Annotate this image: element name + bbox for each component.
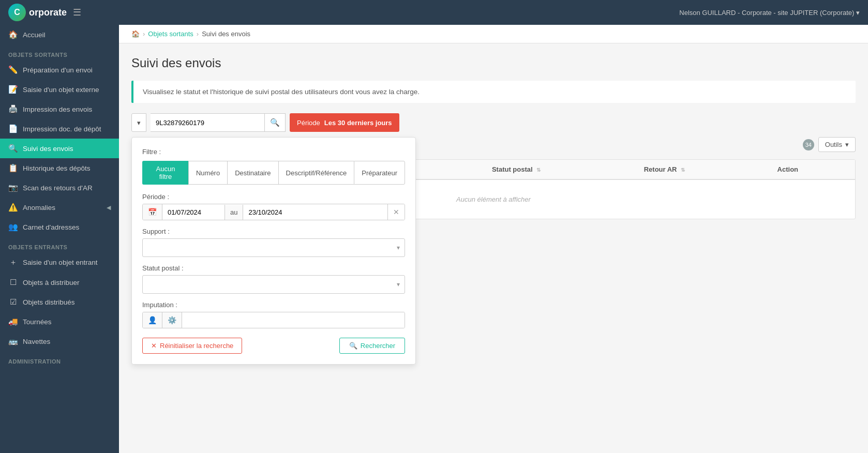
search-submit-button[interactable]: 🔍 bbox=[264, 114, 285, 131]
contacts-icon: 👥 bbox=[8, 222, 18, 232]
topbar: C orporate ☰ Nelson GUILLARD - Corporate… bbox=[0, 0, 868, 25]
col-retour-label: Retour AR bbox=[644, 165, 677, 173]
bus-icon: 🚌 bbox=[8, 337, 18, 346]
sidebar-item-tournees[interactable]: 🚚 Tournées bbox=[0, 312, 119, 331]
calendar-icon-button[interactable]: 📅 bbox=[143, 204, 162, 220]
sidebar-label-carnet: Carnet d'adresses bbox=[23, 223, 79, 231]
breadcrumb-objets-sortants[interactable]: Objets sortants bbox=[148, 30, 193, 38]
edit-icon: ✏️ bbox=[8, 65, 18, 74]
search-icon: 🔍 bbox=[270, 118, 280, 127]
rechercher-icon: 🔍 bbox=[349, 342, 357, 350]
warning-icon: ⚠️ bbox=[8, 203, 18, 212]
sidebar-item-historique[interactable]: 📋 Historique des dépôts bbox=[0, 158, 119, 178]
outils-button[interactable]: Outils ▾ bbox=[818, 137, 856, 152]
sidebar-item-navettes[interactable]: 🚌 Navettes bbox=[0, 331, 119, 351]
sidebar-item-carnet[interactable]: 👥 Carnet d'adresses bbox=[0, 217, 119, 237]
logo-circle: C bbox=[8, 4, 26, 21]
sidebar-label-saisie: Saisie d'un objet externe bbox=[23, 86, 99, 94]
sidebar-label-tournees: Tournées bbox=[23, 318, 52, 326]
outils-arrow-icon: ▾ bbox=[845, 141, 849, 148]
filter-tab-aucun[interactable]: Aucun filtre bbox=[142, 161, 188, 185]
rechercher-label: Rechercher bbox=[361, 342, 395, 350]
sidebar-label-saisie-entrant: Saisie d'un objet entrant bbox=[23, 259, 97, 266]
search-sidebar-icon: 🔍 bbox=[8, 144, 18, 153]
sidebar-label-accueil: Accueil bbox=[23, 31, 46, 39]
col-statut-label: Statut postal bbox=[492, 165, 533, 173]
logo[interactable]: C orporate bbox=[8, 4, 67, 21]
date-range: 📅 au ✕ bbox=[142, 204, 405, 220]
col-action-label: Action bbox=[777, 165, 798, 173]
col-retour-ar: Retour AR ⇅ bbox=[637, 160, 770, 179]
sidebar-item-impression-envois[interactable]: 🖨️ Impression des envois bbox=[0, 99, 119, 119]
search-input-wrapper: 🔍 bbox=[151, 113, 286, 132]
search-dropdown-button[interactable]: ▾ bbox=[131, 113, 146, 132]
date-from-input[interactable] bbox=[162, 205, 225, 220]
filter-tab-numero[interactable]: Numéro bbox=[188, 161, 227, 185]
imputation-person-button[interactable]: 👤 bbox=[143, 312, 162, 328]
camera-icon: 📷 bbox=[8, 183, 18, 192]
periode-label: Période : bbox=[142, 193, 405, 201]
imputation-org-button[interactable]: ⚙️ bbox=[162, 312, 182, 328]
sidebar-item-saisie-entrant[interactable]: ＋ Saisie d'un objet entrant bbox=[0, 252, 119, 273]
sidebar-item-scan[interactable]: 📷 Scan des retours d'AR bbox=[0, 178, 119, 198]
sidebar-label-distribuer: Objets à distribuer bbox=[23, 279, 80, 286]
sidebar-label-navettes: Navettes bbox=[23, 338, 50, 345]
reset-button[interactable]: ✕ Réinitialiser la recherche bbox=[142, 338, 242, 354]
reset-icon: ✕ bbox=[151, 342, 157, 350]
filter-tab-preparateur[interactable]: Préparateur bbox=[354, 161, 405, 185]
search-bar: ▾ 🔍 Période Les 30 derniers jours bbox=[131, 113, 856, 132]
home-breadcrumb-icon[interactable]: 🏠 bbox=[131, 30, 140, 38]
file-icon: 📄 bbox=[8, 124, 18, 133]
period-value: Les 30 derniers jours bbox=[324, 119, 392, 127]
sidebar-item-distribuer[interactable]: ☐ Objets à distribuer bbox=[0, 273, 119, 292]
filter-label: Filtre : bbox=[142, 148, 405, 156]
statut-field: Statut postal : bbox=[142, 264, 405, 294]
checked-icon: ☑ bbox=[8, 297, 18, 307]
rechercher-button[interactable]: 🔍 Rechercher bbox=[339, 338, 405, 354]
support-label: Support : bbox=[142, 228, 405, 235]
breadcrumb: 🏠 › Objets sortants › Suivi des envois bbox=[119, 25, 868, 43]
sidebar-section-entrants: OBJETS ENTRANTS bbox=[0, 237, 119, 252]
info-box: Visualisez le statut et l'historique de … bbox=[131, 81, 856, 103]
sidebar-item-saisie-externe[interactable]: 📝 Saisie d'un objet externe bbox=[0, 80, 119, 99]
search-area: ▾ 🔍 Période Les 30 derniers jours bbox=[131, 113, 856, 132]
content-area: 🏠 › Objets sortants › Suivi des envois S… bbox=[119, 25, 868, 453]
plus-icon: ＋ bbox=[8, 258, 18, 267]
date-to-input[interactable] bbox=[243, 205, 305, 220]
sidebar-label-preparation: Préparation d'un envoi bbox=[23, 66, 93, 74]
imputation-label: Imputation : bbox=[142, 301, 405, 309]
filter-tab-descriptif[interactable]: Descriptif/Référence bbox=[278, 161, 354, 185]
breadcrumb-suivi-envois: Suivi des envois bbox=[202, 30, 250, 38]
date-clear-button[interactable]: ✕ bbox=[387, 204, 405, 220]
sidebar-item-preparation[interactable]: ✏️ Préparation d'un envoi bbox=[0, 60, 119, 80]
count-badge: 34 bbox=[803, 139, 814, 150]
logo-text: orporate bbox=[29, 7, 67, 18]
pencil-icon: 📝 bbox=[8, 85, 18, 94]
sidebar-item-accueil[interactable]: 🏠 Accueil bbox=[0, 25, 119, 44]
sidebar-section-sortants: OBJETS SORTANTS bbox=[0, 44, 119, 60]
statut-select[interactable] bbox=[142, 275, 405, 294]
sidebar-item-anomalies[interactable]: ⚠️ Anomalies ◀ bbox=[0, 198, 119, 217]
periode-field: Période : 📅 au ✕ bbox=[142, 193, 405, 220]
sidebar-item-impression-depot[interactable]: 📄 Impression doc. de dépôt bbox=[0, 119, 119, 139]
filter-tab-destinataire[interactable]: Destinataire bbox=[227, 161, 278, 185]
topbar-left: C orporate ☰ bbox=[8, 4, 81, 21]
hamburger-icon[interactable]: ☰ bbox=[73, 7, 81, 18]
page-title: Suivi des envois bbox=[131, 56, 856, 70]
sidebar-item-suivi-envois[interactable]: 🔍 Suivi des envois bbox=[0, 139, 119, 158]
list-icon: 📋 bbox=[8, 163, 18, 173]
support-select-wrapper bbox=[142, 238, 405, 257]
imputation-input[interactable] bbox=[182, 312, 405, 328]
user-menu[interactable]: Nelson GUILLARD - Corporate - site JUPIT… bbox=[679, 9, 860, 17]
search-input[interactable] bbox=[151, 114, 264, 131]
period-badge[interactable]: Période Les 30 derniers jours bbox=[290, 113, 399, 132]
filter-tabs: Aucun filtre Numéro Destinataire Descrip… bbox=[142, 161, 405, 185]
sidebar: 🏠 Accueil OBJETS SORTANTS ✏️ Préparation… bbox=[0, 25, 119, 453]
support-select[interactable] bbox=[142, 238, 405, 257]
main-layout: 🏠 Accueil OBJETS SORTANTS ✏️ Préparation… bbox=[0, 25, 868, 453]
dropdown-arrow-icon: ▾ bbox=[137, 119, 141, 127]
imputation-field: Imputation : 👤 ⚙️ bbox=[142, 301, 405, 328]
sort-statut-icon[interactable]: ⇅ bbox=[536, 167, 541, 173]
sort-retour-icon[interactable]: ⇅ bbox=[681, 167, 685, 173]
sidebar-item-distribues[interactable]: ☑ Objets distribués bbox=[0, 292, 119, 312]
